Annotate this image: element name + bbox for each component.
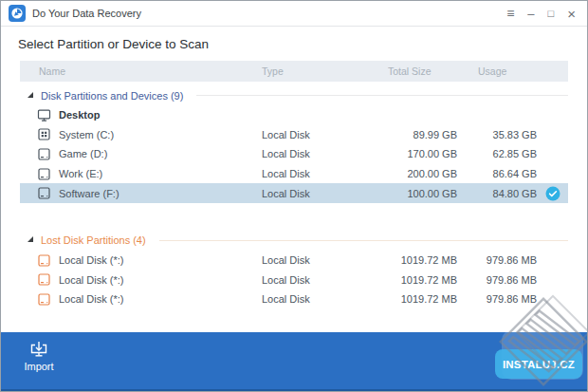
partition-name: Game (D:) xyxy=(59,148,107,159)
table-header: Name Type Total Size Usage xyxy=(20,61,568,82)
partition-total-size: 1019.72 MB xyxy=(388,274,457,286)
system-disk-icon xyxy=(37,127,51,141)
monitor-icon xyxy=(37,108,51,122)
partition-row[interactable]: Local Disk (*:) Local Disk 1019.72 MB 97… xyxy=(20,251,568,271)
partition-row[interactable]: Software (F:) Local Disk 100.00 GB 84.80… xyxy=(20,183,568,203)
window-controls: ≡ – □ × xyxy=(506,7,576,21)
group-label: Lost Disk Partitions (4) xyxy=(41,234,146,246)
partition-row[interactable]: Local Disk (*:) Local Disk 1019.72 MB 97… xyxy=(20,289,568,309)
disk-icon xyxy=(37,167,51,181)
partition-type: Local Disk xyxy=(262,188,388,199)
collapse-triangle-icon xyxy=(28,92,33,98)
column-header-total: Total Size xyxy=(388,65,457,77)
partition-name: Local Disk (*:) xyxy=(59,274,123,286)
disk-icon xyxy=(37,292,51,307)
column-header-name: Name xyxy=(20,65,262,77)
partition-total-size: 1019.72 MB xyxy=(388,254,457,266)
partition-group: Lost Disk Partitions (4) Local Disk (*:)… xyxy=(20,231,568,309)
import-button[interactable]: Import xyxy=(14,341,64,372)
column-header-usage: Usage xyxy=(457,65,537,77)
partition-row[interactable]: Local Disk (*:) Local Disk 1019.72 MB 97… xyxy=(20,271,568,290)
disk-icon xyxy=(37,253,51,268)
group-label: Disk Partitions and Devices (9) xyxy=(41,90,183,102)
app-logo-icon xyxy=(9,5,26,22)
partition-total-size: 89.99 GB xyxy=(388,129,457,140)
app-window: Do Your Data Recovery ≡ – □ × Select Par… xyxy=(0,0,588,392)
group-header[interactable]: Lost Disk Partitions (4) xyxy=(20,231,568,251)
partition-name: Software (F:) xyxy=(59,188,119,199)
partition-name: Local Disk (*:) xyxy=(59,293,123,305)
window-title: Do Your Data Recovery xyxy=(32,8,141,19)
partition-name: System (C:) xyxy=(59,129,114,140)
partition-type: Local Disk xyxy=(262,274,388,286)
partition-usage: 86.64 GB xyxy=(457,168,537,179)
minimize-icon[interactable]: – xyxy=(527,8,534,20)
close-icon[interactable]: × xyxy=(567,7,576,21)
selected-check-icon xyxy=(545,186,560,201)
partition-row[interactable]: System (C:) Local Disk 89.99 GB 35.83 GB xyxy=(20,125,568,145)
disk-icon xyxy=(37,147,51,161)
partition-total-size: 170.00 GB xyxy=(388,148,457,159)
partition-row[interactable]: Desktop xyxy=(20,105,568,125)
divider-line xyxy=(196,95,568,96)
partition-type: Local Disk xyxy=(262,293,388,305)
partition-total-size: 1019.72 MB xyxy=(388,293,457,305)
collapse-triangle-icon xyxy=(28,236,33,242)
import-icon xyxy=(14,341,64,358)
partition-name: Desktop xyxy=(59,109,100,121)
partition-usage: 979.86 MB xyxy=(457,293,537,305)
divider-line xyxy=(159,240,568,241)
maximize-icon[interactable]: □ xyxy=(548,9,555,19)
group-header[interactable]: Disk Partitions and Devices (9) xyxy=(20,85,568,105)
partition-usage: 979.86 MB xyxy=(457,274,537,286)
partition-row[interactable]: Game (D:) Local Disk 170.00 GB 62.85 GB xyxy=(20,144,568,164)
partition-table: Name Type Total Size Usage Disk Partitio… xyxy=(20,61,568,309)
watermark-badge: INSTALUJ.CZ xyxy=(495,349,582,379)
import-label: Import xyxy=(14,361,64,372)
column-header-type: Type xyxy=(262,65,388,77)
partition-usage: 84.80 GB xyxy=(457,188,537,199)
partition-total-size: 100.00 GB xyxy=(388,188,457,199)
disk-icon xyxy=(37,272,51,287)
disk-icon xyxy=(37,186,51,200)
partition-name: Work (E:) xyxy=(59,168,102,179)
partition-group: Disk Partitions and Devices (9) Desktop … xyxy=(20,85,568,203)
partition-type: Local Disk xyxy=(262,148,388,159)
page-title: Select Partition or Device to Scan xyxy=(18,37,570,51)
partition-total-size: 200.00 GB xyxy=(388,168,457,179)
partition-usage: 62.85 GB xyxy=(457,148,537,159)
partition-type: Local Disk xyxy=(262,129,388,140)
partition-type: Local Disk xyxy=(262,254,388,266)
partition-type: Local Disk xyxy=(262,168,388,179)
menu-icon[interactable]: ≡ xyxy=(506,7,514,20)
titlebar: Do Your Data Recovery ≡ – □ × xyxy=(1,1,587,27)
partition-usage: 35.83 GB xyxy=(457,129,537,140)
partition-usage: 979.86 MB xyxy=(457,254,537,266)
watermark-label: INSTALUJ.CZ xyxy=(503,359,575,370)
partition-row[interactable]: Work (E:) Local Disk 200.00 GB 86.64 GB xyxy=(20,164,568,184)
partition-name: Local Disk (*:) xyxy=(59,254,123,266)
